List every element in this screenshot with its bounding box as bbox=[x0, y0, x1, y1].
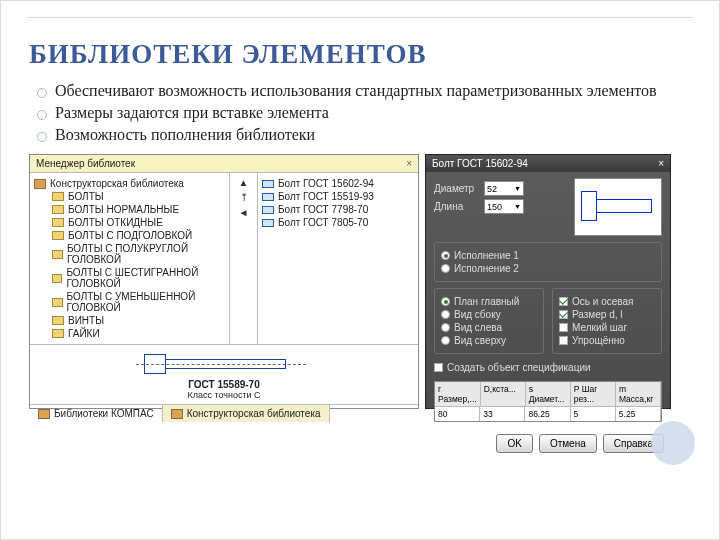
bolt-icon bbox=[262, 193, 274, 201]
param-table[interactable]: r Размер,... D,кста... s Диамет... P Шаг… bbox=[434, 381, 662, 422]
tab-constructor[interactable]: Конструкторская библиотека bbox=[163, 405, 330, 422]
scroll-left-icon[interactable]: ◄ bbox=[239, 207, 249, 218]
radio-side[interactable]: Вид сбоку bbox=[441, 309, 537, 320]
bullet-item: Возможность пополнения библиотеки bbox=[37, 126, 691, 144]
check-small[interactable]: Мелкий шаг bbox=[559, 322, 655, 333]
tree-folder-label: БОЛТЫ ОТКИДНЫЕ bbox=[68, 217, 163, 228]
chevron-down-icon: ▼ bbox=[514, 185, 521, 192]
tab-label: Конструкторская библиотека bbox=[187, 408, 321, 419]
dialog-titlebar[interactable]: Болт ГОСТ 15602-94 × bbox=[426, 155, 670, 172]
length-combo[interactable]: 150▼ bbox=[484, 199, 524, 214]
td: 5 bbox=[571, 407, 616, 421]
book-icon bbox=[171, 409, 183, 419]
tree-folder[interactable]: БОЛТЫ НОРМАЛЬНЫЕ bbox=[52, 204, 225, 215]
tree-folder[interactable]: БОЛТЫ bbox=[52, 191, 225, 202]
close-icon[interactable]: × bbox=[658, 158, 664, 169]
radio-top[interactable]: Вид сверху bbox=[441, 335, 537, 346]
radio-label: Вид слева bbox=[454, 322, 502, 333]
length-label: Длина bbox=[434, 201, 478, 212]
list-item[interactable]: Болт ГОСТ 15602-94 bbox=[262, 178, 414, 189]
td: 80 bbox=[435, 407, 480, 421]
folder-icon bbox=[52, 274, 62, 283]
dialog-title: Болт ГОСТ 15602-94 bbox=[432, 158, 528, 169]
td: 5.25 bbox=[616, 407, 661, 421]
tab-kompas[interactable]: Библиотеки КОМПАС bbox=[30, 405, 163, 422]
tree-folder[interactable]: БОЛТЫ С УМЕНЬШЕННОЙ ГОЛОВКОЙ bbox=[52, 291, 225, 313]
table-header: r Размер,... D,кста... s Диамет... P Шаг… bbox=[435, 382, 661, 407]
top-rule bbox=[27, 17, 693, 18]
radio-icon bbox=[441, 297, 450, 306]
radio-label: Исполнение 2 bbox=[454, 263, 519, 274]
checkbox-icon bbox=[559, 297, 568, 306]
checkbox-icon bbox=[559, 310, 568, 319]
screenshot-row: Менеджер библиотек × Конструкторская биб… bbox=[29, 154, 691, 409]
tree-folder-label: ГАЙКИ bbox=[68, 328, 100, 339]
check-label: Упрощённо bbox=[572, 335, 625, 346]
diameter-value: 52 bbox=[487, 184, 497, 194]
folder-icon bbox=[52, 205, 64, 214]
list-item[interactable]: Болт ГОСТ 15519-93 bbox=[262, 191, 414, 202]
accent-circle bbox=[651, 421, 695, 465]
folder-icon bbox=[52, 218, 64, 227]
tree-folder[interactable]: БОЛТЫ С ПОДГОЛОВКОЙ bbox=[52, 230, 225, 241]
tree-folder-label: ВИНТЫ bbox=[68, 315, 104, 326]
tree-root[interactable]: Конструкторская библиотека bbox=[34, 178, 225, 189]
length-value: 150 bbox=[487, 202, 502, 212]
scroll-top-icon[interactable]: ⤒ bbox=[240, 192, 248, 203]
scroll-up-icon[interactable]: ▲ bbox=[239, 177, 249, 188]
tree-folder[interactable]: БОЛТЫ С ПОЛУКРУГЛОЙ ГОЛОВКОЙ bbox=[52, 243, 225, 265]
list-item[interactable]: Болт ГОСТ 7805-70 bbox=[262, 217, 414, 228]
th: P Шаг рез... bbox=[571, 382, 616, 406]
library-tree[interactable]: Конструкторская библиотека БОЛТЫ БОЛТЫ Н… bbox=[30, 173, 230, 344]
checkbox-icon bbox=[559, 336, 568, 345]
check-label: Ось и осевая bbox=[572, 296, 633, 307]
diameter-combo[interactable]: 52▼ bbox=[484, 181, 524, 196]
tree-root-label: Конструкторская библиотека bbox=[50, 178, 184, 189]
execution-group: Исполнение 1 Исполнение 2 bbox=[434, 242, 662, 282]
th: s Диамет... bbox=[526, 382, 571, 406]
check-dim[interactable]: Размер d, l bbox=[559, 309, 655, 320]
library-manager-titlebar[interactable]: Менеджер библиотек × bbox=[30, 155, 418, 173]
check-label: Мелкий шаг bbox=[572, 322, 627, 333]
list-item-label: Болт ГОСТ 7805-70 bbox=[278, 217, 368, 228]
dialog-drawing bbox=[574, 178, 662, 236]
bullet-list: Обеспечивают возможность использования с… bbox=[29, 82, 691, 144]
check-label: Размер d, l bbox=[572, 309, 623, 320]
tree-folder[interactable]: БОЛТЫ С ШЕСТИГРАННОЙ ГОЛОВКОЙ bbox=[52, 267, 225, 289]
options-group: Ось и осевая Размер d, l Мелкий шаг Упро… bbox=[552, 288, 662, 354]
radio-plan[interactable]: План главный bbox=[441, 296, 537, 307]
radio-exec1[interactable]: Исполнение 1 bbox=[441, 250, 655, 261]
tree-folder-label: БОЛТЫ С УМЕНЬШЕННОЙ ГОЛОВКОЙ bbox=[67, 291, 225, 313]
folder-icon bbox=[52, 329, 64, 338]
radio-icon bbox=[441, 264, 450, 273]
table-row[interactable]: 80 33 86.25 5 5.25 bbox=[435, 407, 661, 421]
view-group: План главный Вид сбоку Вид слева Вид све… bbox=[434, 288, 544, 354]
check-simpl[interactable]: Упрощённо bbox=[559, 335, 655, 346]
radio-label: План главный bbox=[454, 296, 519, 307]
td: 86.25 bbox=[525, 407, 570, 421]
tree-folder-label: БОЛТЫ С ПОЛУКРУГЛОЙ ГОЛОВКОЙ bbox=[67, 243, 225, 265]
preview-subcaption: Класс точности С bbox=[38, 390, 410, 400]
tree-folder[interactable]: ГАЙКИ bbox=[52, 328, 225, 339]
radio-exec2[interactable]: Исполнение 2 bbox=[441, 263, 655, 274]
tree-folder[interactable]: БОЛТЫ ОТКИДНЫЕ bbox=[52, 217, 225, 228]
tree-folder[interactable]: ВИНТЫ bbox=[52, 315, 225, 326]
cancel-button[interactable]: Отмена bbox=[539, 434, 597, 453]
library-item-list[interactable]: Болт ГОСТ 15602-94 Болт ГОСТ 15519-93 Бо… bbox=[258, 173, 418, 344]
book-icon bbox=[34, 179, 46, 189]
check-axis[interactable]: Ось и осевая bbox=[559, 296, 655, 307]
radio-label: Вид сбоку bbox=[454, 309, 501, 320]
bolt-icon bbox=[262, 219, 274, 227]
list-item[interactable]: Болт ГОСТ 7798-70 bbox=[262, 204, 414, 215]
tab-label: Библиотеки КОМПАС bbox=[54, 408, 154, 419]
library-manager-title: Менеджер библиотек bbox=[36, 158, 135, 169]
check-label: Создать объект спецификации bbox=[447, 362, 591, 373]
close-icon[interactable]: × bbox=[406, 158, 412, 169]
check-spec[interactable]: Создать объект спецификации bbox=[434, 362, 662, 373]
bolt-dialog: Болт ГОСТ 15602-94 × Диаметр 52▼ Длина 1… bbox=[425, 154, 671, 409]
library-tabs: Библиотеки КОМПАС Конструкторская библио… bbox=[30, 404, 418, 422]
radio-left[interactable]: Вид слева bbox=[441, 322, 537, 333]
bolt-drawing bbox=[144, 349, 304, 379]
library-manager-window: Менеджер библиотек × Конструкторская биб… bbox=[29, 154, 419, 409]
ok-button[interactable]: OK bbox=[496, 434, 532, 453]
